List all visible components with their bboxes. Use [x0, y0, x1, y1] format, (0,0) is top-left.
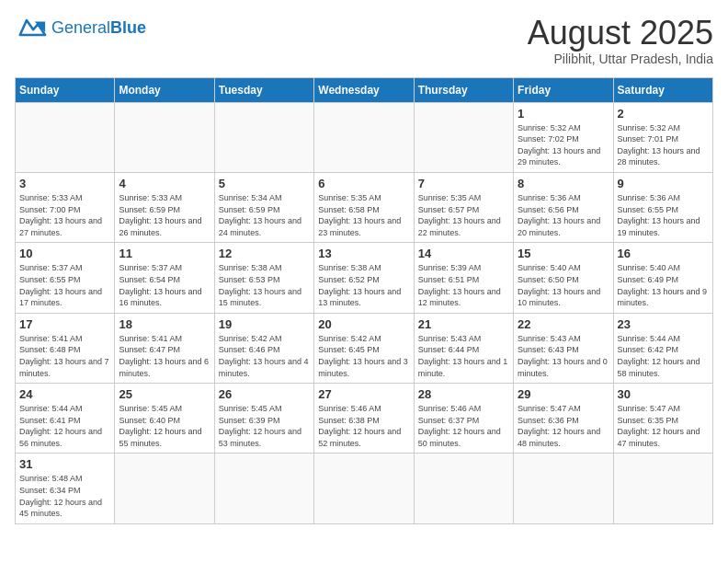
- header: GeneralBlue August 2025 Pilibhit, Uttar …: [15, 15, 713, 66]
- day-number: 2: [618, 107, 709, 121]
- day-info: Sunrise: 5:46 AM Sunset: 6:38 PM Dayligh…: [318, 403, 409, 449]
- calendar-table: SundayMondayTuesdayWednesdayThursdayFrid…: [15, 77, 713, 524]
- day-info: Sunrise: 5:37 AM Sunset: 6:54 PM Dayligh…: [119, 262, 210, 308]
- title-block: August 2025 Pilibhit, Uttar Pradesh, Ind…: [528, 15, 713, 66]
- header-cell-saturday: Saturday: [613, 77, 712, 102]
- calendar-week-4: 24Sunrise: 5:44 AM Sunset: 6:41 PM Dayli…: [16, 384, 713, 454]
- header-cell-monday: Monday: [115, 77, 214, 102]
- calendar-cell: 19Sunrise: 5:42 AM Sunset: 6:46 PM Dayli…: [214, 313, 313, 383]
- calendar-cell: 6Sunrise: 5:35 AM Sunset: 6:58 PM Daylig…: [314, 172, 414, 242]
- calendar-cell: 9Sunrise: 5:36 AM Sunset: 6:55 PM Daylig…: [613, 172, 712, 242]
- day-info: Sunrise: 5:32 AM Sunset: 7:01 PM Dayligh…: [618, 122, 709, 168]
- day-info: Sunrise: 5:38 AM Sunset: 6:52 PM Dayligh…: [318, 262, 409, 308]
- logo-svg: [15, 15, 48, 40]
- day-number: 11: [119, 247, 210, 260]
- header-cell-tuesday: Tuesday: [214, 77, 313, 102]
- day-number: 24: [19, 387, 110, 401]
- calendar-cell: [314, 454, 414, 523]
- day-number: 20: [318, 317, 409, 331]
- calendar-title: August 2025: [528, 15, 713, 52]
- calendar-cell: 11Sunrise: 5:37 AM Sunset: 6:54 PM Dayli…: [115, 243, 214, 313]
- calendar-cell: 29Sunrise: 5:47 AM Sunset: 6:36 PM Dayli…: [514, 384, 613, 454]
- day-info: Sunrise: 5:43 AM Sunset: 6:43 PM Dayligh…: [518, 333, 609, 379]
- calendar-cell: 13Sunrise: 5:38 AM Sunset: 6:52 PM Dayli…: [314, 243, 414, 313]
- day-info: Sunrise: 5:46 AM Sunset: 6:37 PM Dayligh…: [418, 403, 509, 449]
- day-info: Sunrise: 5:48 AM Sunset: 6:34 PM Dayligh…: [19, 473, 110, 519]
- calendar-cell: [115, 102, 214, 172]
- day-number: 6: [318, 177, 409, 190]
- calendar-cell: [414, 454, 513, 523]
- day-info: Sunrise: 5:34 AM Sunset: 6:59 PM Dayligh…: [219, 192, 310, 238]
- day-number: 4: [119, 177, 210, 190]
- calendar-cell: 10Sunrise: 5:37 AM Sunset: 6:55 PM Dayli…: [16, 243, 115, 313]
- day-number: 31: [19, 457, 110, 471]
- day-number: 22: [518, 317, 609, 331]
- day-info: Sunrise: 5:44 AM Sunset: 6:41 PM Dayligh…: [19, 403, 110, 449]
- day-info: Sunrise: 5:45 AM Sunset: 6:40 PM Dayligh…: [119, 403, 210, 449]
- calendar-cell: 7Sunrise: 5:35 AM Sunset: 6:57 PM Daylig…: [414, 172, 513, 242]
- day-info: Sunrise: 5:47 AM Sunset: 6:36 PM Dayligh…: [518, 403, 609, 449]
- day-number: 19: [219, 317, 310, 331]
- calendar-body: 1Sunrise: 5:32 AM Sunset: 7:02 PM Daylig…: [16, 102, 713, 523]
- day-number: 7: [418, 177, 509, 190]
- calendar-cell: 4Sunrise: 5:33 AM Sunset: 6:59 PM Daylig…: [115, 172, 214, 242]
- day-info: Sunrise: 5:35 AM Sunset: 6:58 PM Dayligh…: [318, 192, 409, 238]
- day-number: 9: [618, 177, 709, 190]
- day-number: 10: [19, 247, 110, 260]
- calendar-cell: 25Sunrise: 5:45 AM Sunset: 6:40 PM Dayli…: [115, 384, 214, 454]
- header-row: SundayMondayTuesdayWednesdayThursdayFrid…: [16, 77, 713, 102]
- day-number: 12: [219, 247, 310, 260]
- calendar-cell: 21Sunrise: 5:43 AM Sunset: 6:44 PM Dayli…: [414, 313, 513, 383]
- logo-text: GeneralBlue: [51, 19, 146, 36]
- calendar-cell: 28Sunrise: 5:46 AM Sunset: 6:37 PM Dayli…: [414, 384, 513, 454]
- calendar-cell: 2Sunrise: 5:32 AM Sunset: 7:01 PM Daylig…: [613, 102, 712, 172]
- day-number: 26: [219, 387, 310, 401]
- calendar-cell: [214, 454, 313, 523]
- calendar-cell: [16, 102, 115, 172]
- calendar-cell: [314, 102, 414, 172]
- calendar-week-3: 17Sunrise: 5:41 AM Sunset: 6:48 PM Dayli…: [16, 313, 713, 383]
- day-info: Sunrise: 5:42 AM Sunset: 6:45 PM Dayligh…: [318, 333, 409, 379]
- calendar-cell: 5Sunrise: 5:34 AM Sunset: 6:59 PM Daylig…: [214, 172, 313, 242]
- day-info: Sunrise: 5:36 AM Sunset: 6:55 PM Dayligh…: [618, 192, 709, 238]
- calendar-cell: [414, 102, 513, 172]
- day-number: 17: [19, 317, 110, 331]
- calendar-cell: 26Sunrise: 5:45 AM Sunset: 6:39 PM Dayli…: [214, 384, 313, 454]
- day-info: Sunrise: 5:35 AM Sunset: 6:57 PM Dayligh…: [418, 192, 509, 238]
- calendar-cell: 23Sunrise: 5:44 AM Sunset: 6:42 PM Dayli…: [613, 313, 712, 383]
- day-number: 18: [119, 317, 210, 331]
- day-number: 21: [418, 317, 509, 331]
- day-number: 16: [618, 247, 709, 260]
- calendar-cell: 20Sunrise: 5:42 AM Sunset: 6:45 PM Dayli…: [314, 313, 414, 383]
- calendar-cell: 3Sunrise: 5:33 AM Sunset: 7:00 PM Daylig…: [16, 172, 115, 242]
- day-number: 8: [518, 177, 609, 190]
- day-number: 13: [318, 247, 409, 260]
- calendar-cell: 18Sunrise: 5:41 AM Sunset: 6:47 PM Dayli…: [115, 313, 214, 383]
- calendar-cell: [514, 454, 613, 523]
- logo: GeneralBlue: [15, 15, 146, 40]
- day-info: Sunrise: 5:41 AM Sunset: 6:48 PM Dayligh…: [19, 333, 110, 379]
- day-number: 15: [518, 247, 609, 260]
- day-number: 30: [618, 387, 709, 401]
- calendar-cell: 12Sunrise: 5:38 AM Sunset: 6:53 PM Dayli…: [214, 243, 313, 313]
- day-info: Sunrise: 5:38 AM Sunset: 6:53 PM Dayligh…: [219, 262, 310, 308]
- calendar-cell: 14Sunrise: 5:39 AM Sunset: 6:51 PM Dayli…: [414, 243, 513, 313]
- day-info: Sunrise: 5:32 AM Sunset: 7:02 PM Dayligh…: [518, 122, 609, 168]
- day-number: 1: [518, 107, 609, 121]
- calendar-cell: 16Sunrise: 5:40 AM Sunset: 6:49 PM Dayli…: [613, 243, 712, 313]
- day-info: Sunrise: 5:36 AM Sunset: 6:56 PM Dayligh…: [518, 192, 609, 238]
- day-info: Sunrise: 5:33 AM Sunset: 7:00 PM Dayligh…: [19, 192, 110, 238]
- calendar-cell: 22Sunrise: 5:43 AM Sunset: 6:43 PM Dayli…: [514, 313, 613, 383]
- day-number: 3: [19, 177, 110, 190]
- header-cell-friday: Friday: [514, 77, 613, 102]
- day-number: 23: [618, 317, 709, 331]
- calendar-cell: 27Sunrise: 5:46 AM Sunset: 6:38 PM Dayli…: [314, 384, 414, 454]
- day-number: 14: [418, 247, 509, 260]
- calendar-cell: 17Sunrise: 5:41 AM Sunset: 6:48 PM Dayli…: [16, 313, 115, 383]
- day-info: Sunrise: 5:39 AM Sunset: 6:51 PM Dayligh…: [418, 262, 509, 308]
- calendar-cell: 1Sunrise: 5:32 AM Sunset: 7:02 PM Daylig…: [514, 102, 613, 172]
- header-cell-sunday: Sunday: [16, 77, 115, 102]
- calendar-header: SundayMondayTuesdayWednesdayThursdayFrid…: [16, 77, 713, 102]
- calendar-cell: 24Sunrise: 5:44 AM Sunset: 6:41 PM Dayli…: [16, 384, 115, 454]
- calendar-cell: 8Sunrise: 5:36 AM Sunset: 6:56 PM Daylig…: [514, 172, 613, 242]
